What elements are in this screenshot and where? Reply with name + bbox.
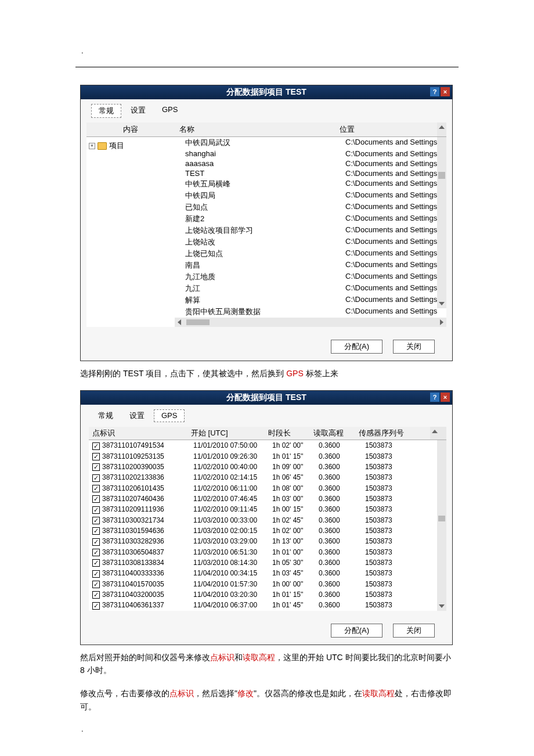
horizontal-scrollbar[interactable] xyxy=(175,318,446,327)
checkbox[interactable] xyxy=(92,517,100,524)
checkbox[interactable] xyxy=(92,506,100,514)
tree-root-label: 项目 xyxy=(109,141,124,151)
checkbox[interactable] xyxy=(92,549,100,556)
list-item[interactable]: 九江地质C:\Documents and Settings xyxy=(175,271,446,283)
vertical-scrollbar[interactable] xyxy=(437,137,446,308)
expand-icon[interactable]: + xyxy=(89,143,95,149)
list-item[interactable]: 南昌C:\Documents and Settings xyxy=(175,260,446,271)
dialog-title: 分配数据到项目 TEST xyxy=(226,87,306,96)
checkbox[interactable] xyxy=(92,559,100,567)
tabs: 常规 设置 GPS xyxy=(81,405,452,422)
assign-button[interactable]: 分配(A) xyxy=(331,624,383,638)
titlebar: 分配数据到项目 TEST ? × xyxy=(81,391,452,405)
dialog-assign-data-1: 分配数据到项目 TEST ? × 常规 设置 GPS 内容 + 项目 xyxy=(80,85,453,361)
list-item[interactable]: 中铁四局武汉C:\Documents and Settings xyxy=(175,137,446,149)
table-row[interactable]: 387311030328293611/03/2010 03:29:001h 13… xyxy=(89,536,446,546)
table-row[interactable]: 387311010925313511/01/2010 09:26:301h 01… xyxy=(89,451,446,462)
checkbox[interactable] xyxy=(92,591,100,599)
tab-general[interactable]: 常规 xyxy=(91,104,121,118)
tab-settings[interactable]: 设置 xyxy=(122,409,151,422)
col-location[interactable]: 位置 xyxy=(335,123,437,136)
list-item[interactable]: 上饶站改C:\Documents and Settings xyxy=(175,236,446,248)
close-button-footer[interactable]: 关闭 xyxy=(393,624,435,638)
list-item[interactable]: aaasasaC:\Documents and Settings xyxy=(175,159,446,168)
table-row[interactable]: 387311020911193611/02/2010 09:11:451h 00… xyxy=(89,504,446,514)
table-row[interactable]: 387311030650483711/03/2010 06:51:301h 01… xyxy=(89,547,446,557)
tab-gps[interactable]: GPS xyxy=(154,409,185,422)
close-button[interactable]: × xyxy=(441,393,450,402)
close-button[interactable]: × xyxy=(441,87,450,96)
tab-general[interactable]: 常规 xyxy=(91,409,120,422)
close-button-footer[interactable]: 关闭 xyxy=(393,340,435,354)
checkbox[interactable] xyxy=(92,485,100,492)
col-start[interactable]: 开始 [UTC] xyxy=(187,427,265,440)
tree-root[interactable]: + 项目 xyxy=(89,141,172,151)
list-item[interactable]: 解算C:\Documents and Settings xyxy=(175,294,446,306)
caption-3: 修改点号，右击要修改的点标识，然后选择"修改"。仪器高的修改也是如此，在读取高程… xyxy=(80,687,453,713)
gps-grid: 点标识 开始 [UTC] 时段长 读取高程 传感器序列号 38731101074… xyxy=(89,427,446,610)
vertical-scrollbar[interactable] xyxy=(437,440,446,610)
table-row[interactable]: 387311020610143511/02/2010 06:11:001h 08… xyxy=(89,483,446,494)
checkbox[interactable] xyxy=(92,463,100,471)
table-row[interactable]: 387311020213383611/02/2010 02:14:151h 06… xyxy=(89,472,446,483)
table-row[interactable]: 387311030032173411/03/2010 00:33:001h 02… xyxy=(89,515,446,525)
dialog-assign-data-2: 分配数据到项目 TEST ? × 常规 设置 GPS 点标识 开始 [UTC] … xyxy=(80,390,453,645)
tabs: 常规 设置 GPS xyxy=(81,99,452,118)
table-row[interactable]: 387311040157003511/04/2010 01:57:301h 00… xyxy=(89,579,446,589)
caption-2: 然后对照开始的时间和仪器号来修改点标识和读取高程，这里的开始 UTC 时间要比我… xyxy=(80,651,453,677)
checkbox[interactable] xyxy=(92,538,100,546)
checkbox[interactable] xyxy=(92,602,100,610)
table-row[interactable]: 387311020039003511/02/2010 00:40:001h 09… xyxy=(89,462,446,472)
checkbox[interactable] xyxy=(92,474,100,482)
list-item[interactable]: shanghaiC:\Documents and Settings xyxy=(175,149,446,159)
folder-icon xyxy=(98,142,107,150)
checkbox[interactable] xyxy=(92,442,100,450)
checkbox[interactable] xyxy=(92,527,100,535)
help-button[interactable]: ? xyxy=(430,393,439,402)
checkbox[interactable] xyxy=(92,570,100,578)
list-item[interactable]: 九江C:\Documents and Settings xyxy=(175,283,446,294)
dialog-title: 分配数据到项目 TEST xyxy=(226,393,306,402)
titlebar: 分配数据到项目 TEST ? × xyxy=(81,85,452,99)
table-row[interactable]: 387311040636133711/04/2010 06:37:001h 01… xyxy=(89,600,446,610)
checkbox[interactable] xyxy=(92,495,100,503)
checkbox[interactable] xyxy=(92,581,100,588)
tab-gps[interactable]: GPS xyxy=(155,104,185,118)
list-item[interactable]: TESTC:\Documents and Settings xyxy=(175,168,446,178)
table-row[interactable]: 387311030813383411/03/2010 08:14:301h 05… xyxy=(89,557,446,568)
caption-1: 选择刚刚的 TEST 项目，点击下，使其被选中，然后换到 GPS 标签上来 xyxy=(80,367,453,380)
list-item[interactable]: 已知点C:\Documents and Settings xyxy=(175,201,446,213)
table-row[interactable]: 387311040320003511/04/2010 03:20:301h 01… xyxy=(89,589,446,600)
list-item[interactable]: 上饶已知点C:\Documents and Settings xyxy=(175,248,446,260)
list-item[interactable]: 上饶站改项目部学习C:\Documents and Settings xyxy=(175,225,446,236)
assign-button[interactable]: 分配(A) xyxy=(331,340,383,354)
checkbox[interactable] xyxy=(92,453,100,460)
scroll-up-icon[interactable] xyxy=(437,123,446,136)
tab-settings[interactable]: 设置 xyxy=(124,104,153,118)
table-row[interactable]: 387311010749153411/01/2010 07:50:001h 02… xyxy=(89,440,446,451)
list-item[interactable]: 新建2C:\Documents and Settings xyxy=(175,213,446,225)
col-sensor-sn[interactable]: 传感器序列号 xyxy=(355,427,430,440)
scroll-up-icon[interactable] xyxy=(430,427,446,440)
table-row[interactable]: 387311020746043611/02/2010 07:46:451h 03… xyxy=(89,494,446,504)
list-panel: 名称 位置 中铁四局武汉C:\Documents and Settingssha… xyxy=(175,123,446,327)
col-elevation[interactable]: 读取高程 xyxy=(310,427,355,440)
tree-header: 内容 xyxy=(86,123,175,137)
col-name[interactable]: 名称 xyxy=(175,123,335,136)
help-button[interactable]: ? xyxy=(430,87,439,96)
list-item[interactable]: 贵阳中铁五局测量数据C:\Documents and Settings xyxy=(175,306,446,318)
col-point-id[interactable]: 点标识 xyxy=(89,427,187,440)
table-row[interactable]: 387311040033333611/04/2010 00:34:151h 03… xyxy=(89,568,446,578)
tree-panel: 内容 + 项目 xyxy=(86,123,175,327)
list-item[interactable]: 中铁四局C:\Documents and Settings xyxy=(175,190,446,201)
list-item[interactable]: 中铁五局横峰C:\Documents and Settings xyxy=(175,178,446,190)
table-row[interactable]: 387311030159463611/03/2010 02:00:151h 02… xyxy=(89,525,446,536)
col-duration[interactable]: 时段长 xyxy=(265,427,310,440)
